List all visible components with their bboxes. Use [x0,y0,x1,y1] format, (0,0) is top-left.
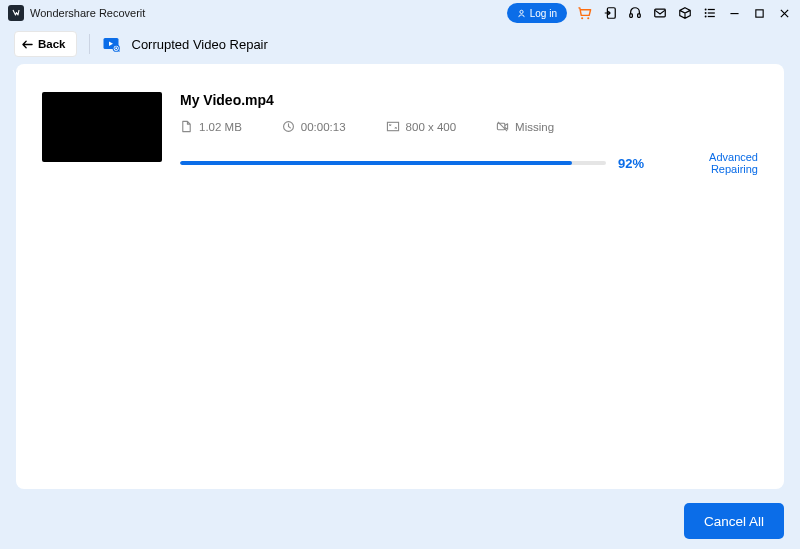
menu-icon[interactable] [702,6,717,21]
progress-bar [180,161,606,165]
headset-icon[interactable] [627,6,642,21]
login-label: Log in [530,8,557,19]
cube-icon[interactable] [677,6,692,21]
video-meta: 1.02 MB 00:00:13 800 x 400 Missing [180,120,758,133]
svg-point-2 [587,17,589,19]
minimize-icon[interactable] [727,6,742,21]
svg-rect-5 [637,14,640,18]
meta-missing: Missing [496,120,554,133]
progress-row: 92% Advanced Repairing [180,151,758,175]
svg-rect-14 [756,9,763,16]
cancel-all-button[interactable]: Cancel All [684,503,784,539]
main-panel: My Video.mp4 1.02 MB 00:00:13 800 x 400 … [16,64,784,489]
feature-title: Corrupted Video Repair [132,37,268,52]
video-off-icon [496,120,509,133]
cart-icon[interactable] [577,6,592,21]
clock-icon [282,120,295,133]
close-icon[interactable] [777,6,792,21]
arrow-left-icon [21,39,34,50]
svg-rect-20 [498,123,505,130]
svg-rect-12 [707,16,714,17]
video-row: My Video.mp4 1.02 MB 00:00:13 800 x 400 … [42,92,758,175]
footer: Cancel All [16,503,784,539]
mail-icon[interactable] [652,6,667,21]
divider [89,34,90,54]
titlebar: Wondershare Recoverit Log in [0,0,800,26]
svg-rect-4 [629,14,632,18]
video-repair-icon [102,35,120,53]
progress-status: Advanced Repairing [668,151,758,175]
svg-point-0 [520,10,523,13]
video-info: My Video.mp4 1.02 MB 00:00:13 800 x 400 … [180,92,758,175]
app-logo-icon [8,5,24,21]
maximize-icon[interactable] [752,6,767,21]
progress-percent: 92% [618,156,656,171]
dimensions-icon [386,120,400,133]
import-icon[interactable] [602,6,617,21]
svg-point-1 [581,17,583,19]
user-icon [517,9,526,18]
svg-rect-19 [387,122,398,130]
titlebar-left: Wondershare Recoverit [8,5,145,21]
svg-rect-6 [654,9,665,17]
svg-point-7 [704,9,706,11]
video-thumbnail[interactable] [42,92,162,162]
subheader: Back Corrupted Video Repair [0,26,800,62]
svg-rect-8 [707,9,714,10]
file-icon [180,120,193,133]
svg-rect-13 [730,13,738,14]
meta-size: 1.02 MB [180,120,242,133]
titlebar-right: Log in [507,3,792,23]
back-label: Back [38,38,66,50]
back-button[interactable]: Back [14,31,77,57]
svg-point-9 [704,12,706,14]
progress-fill [180,161,572,165]
video-filename: My Video.mp4 [180,92,758,108]
app-title: Wondershare Recoverit [30,7,145,19]
login-button[interactable]: Log in [507,3,567,23]
meta-duration: 00:00:13 [282,120,346,133]
svg-rect-10 [707,12,714,13]
svg-point-11 [704,16,706,18]
meta-dimensions: 800 x 400 [386,120,457,133]
